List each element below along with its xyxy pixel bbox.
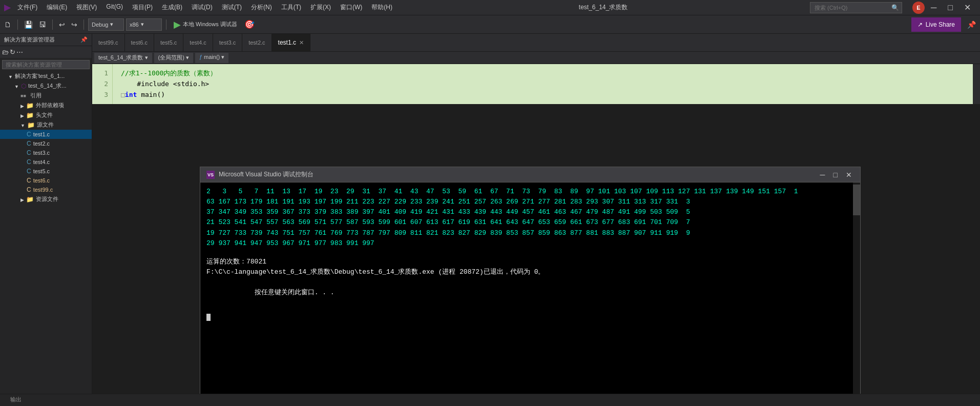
minimize-button[interactable]: ─ xyxy=(926,2,942,13)
headers-expand-icon xyxy=(20,112,24,119)
code-line-3: □int main() xyxy=(121,90,965,100)
menu-analyze[interactable]: 分析(N) xyxy=(247,2,276,13)
scope-dropdown[interactable]: (全局范围) ▾ xyxy=(154,53,193,63)
line-num-3: 3 xyxy=(100,90,108,100)
save-all-icon[interactable]: 🖫 xyxy=(37,19,48,30)
liveshare-button[interactable]: ↗ Live Share xyxy=(911,17,961,32)
user-avatar[interactable]: E xyxy=(912,2,925,14)
new-file-icon[interactable]: 🗋 xyxy=(2,19,13,30)
menu-build[interactable]: 生成(B) xyxy=(158,2,186,13)
sidebar-item-test6[interactable]: C test6.c xyxy=(0,176,92,185)
config-dropdown[interactable]: Debug ▾ xyxy=(88,18,124,31)
sources-folder-icon: 📁 xyxy=(27,121,35,129)
tab-test1-close[interactable]: ✕ xyxy=(299,39,304,46)
resources-label: 资源文件 xyxy=(36,195,58,203)
maximize-button[interactable]: □ xyxy=(943,2,958,13)
tab-test3[interactable]: test3.c xyxy=(213,34,242,51)
tab-test1[interactable]: test1.c ✕ xyxy=(272,34,310,51)
sidebar-item-headers[interactable]: 📁 头文件 xyxy=(0,110,92,120)
toolbar: 🗋 💾 🖫 ↩ ↪ Debug ▾ x86 ▾ ▶ 本地 Windows 调试器… xyxy=(0,15,980,34)
undo-icon[interactable]: ↩ xyxy=(57,19,67,30)
line-num-2: 2 xyxy=(100,79,108,90)
function-dropdown[interactable]: ƒ main() ▾ xyxy=(195,53,228,63)
test3-label: test3.c xyxy=(33,150,50,156)
sidebar-pin-icon[interactable]: 📌 xyxy=(80,36,88,43)
sidebar-item-test3[interactable]: C test3.c xyxy=(0,148,92,157)
tab-test6-label: test6.c xyxy=(131,39,148,46)
console-restore-button[interactable]: □ xyxy=(831,171,840,179)
tab-test4[interactable]: test4.c xyxy=(183,34,213,51)
debug-console-title-text: VS Microsoft Visual Studio 调试控制台 xyxy=(206,170,314,179)
test1-icon: C xyxy=(27,131,31,138)
config-chevron: ▾ xyxy=(110,21,113,28)
run-button[interactable]: ▶ 本地 Windows 调试器 xyxy=(171,18,240,31)
sidebar-item-test1[interactable]: C test1.c xyxy=(0,130,92,139)
debug-output: 2 3 5 7 11 13 17 19 23 29 31 37 41 43 47… xyxy=(200,182,860,394)
sidebar-item-project[interactable]: ⬡ test_6_14_求... xyxy=(0,81,92,91)
close-button[interactable]: ✕ xyxy=(959,2,976,13)
tab-test2[interactable]: test2.c xyxy=(242,34,272,51)
console-minimize-button[interactable]: ─ xyxy=(818,171,827,179)
sidebar-item-solution[interactable]: 解决方案'test_6_1... xyxy=(0,71,92,81)
test5-label: test5.c xyxy=(33,168,50,174)
platform-dropdown[interactable]: x86 ▾ xyxy=(126,18,162,31)
test99-label: test99.c xyxy=(33,187,53,193)
code-content[interactable]: //求1--1000内的质数（素数） #include <stdio.h> □i… xyxy=(113,64,973,104)
toolbar-separator-4 xyxy=(166,19,166,30)
sidebar-toolbar: 🗁 ↻ ⋯ xyxy=(0,46,92,58)
debug-console-title-label: Microsoft Visual Studio 调试控制台 xyxy=(219,170,314,179)
tab-test99[interactable]: test99.c xyxy=(92,34,125,51)
menu-debug[interactable]: 调试(D) xyxy=(187,2,217,13)
target-icon[interactable]: 🎯 xyxy=(242,18,257,30)
sidebar-tb-btn-2[interactable]: ↻ xyxy=(10,48,15,56)
output-line-2: 63 167 173 179 181 191 193 197 199 211 2… xyxy=(206,197,854,207)
sources-label: 源文件 xyxy=(37,121,54,129)
test6-label: test6.c xyxy=(33,177,50,184)
output-tab[interactable]: 输出 xyxy=(4,394,28,406)
sidebar-item-test99[interactable]: C test99.c xyxy=(0,185,92,194)
sidebar-tb-btn-3[interactable]: ⋯ xyxy=(16,48,23,56)
console-close-button[interactable]: ✕ xyxy=(844,171,854,179)
menu-view[interactable]: 视图(V) xyxy=(72,2,101,13)
search-input[interactable] xyxy=(810,2,902,13)
sidebar-tb-btn-1[interactable]: 🗁 xyxy=(2,48,9,56)
menu-edit[interactable]: 编辑(E) xyxy=(43,2,71,13)
sidebar-search-input[interactable] xyxy=(2,60,90,69)
breadcrumb-dropdown[interactable]: test_6_14_求质数 ▾ xyxy=(94,53,152,63)
sidebar-item-test2[interactable]: C test2.c xyxy=(0,139,92,148)
sidebar-item-test5[interactable]: C test5.c xyxy=(0,167,92,176)
console-scrollbar-thumb[interactable] xyxy=(853,185,860,215)
menu-test[interactable]: 测试(T) xyxy=(218,2,246,13)
sidebar-item-sources[interactable]: 📁 源文件 xyxy=(0,120,92,130)
sidebar-item-resources[interactable]: 📁 资源文件 xyxy=(0,194,92,204)
console-scrollbar[interactable] xyxy=(853,182,860,394)
editor-scrollbar[interactable] xyxy=(973,64,980,104)
menu-project[interactable]: 项目(P) xyxy=(128,2,157,13)
save-icon[interactable]: 💾 xyxy=(22,19,35,30)
liveshare-label: Live Share xyxy=(926,21,955,28)
redo-icon[interactable]: ↪ xyxy=(69,19,79,30)
title-bar: ▶ 文件(F) 编辑(E) 视图(V) Git(G) 项目(P) 生成(B) 调… xyxy=(0,0,980,15)
sidebar-item-references[interactable]: ■■ 引用 xyxy=(0,91,92,100)
menu-help[interactable]: 帮助(H) xyxy=(367,2,397,13)
tab-test3-label: test3.c xyxy=(219,39,236,46)
pin-icon[interactable]: 📌 xyxy=(965,19,978,30)
output-line-4: 21 523 541 547 557 563 569 571 577 587 5… xyxy=(206,217,854,228)
menu-tools[interactable]: 工具(T) xyxy=(277,2,305,13)
code-editor[interactable]: 1 2 3 //求1--1000内的质数（素数） #include <stdio… xyxy=(92,64,980,104)
sidebar-search xyxy=(0,58,92,71)
run-icon: ▶ xyxy=(174,19,181,30)
breadcrumb-chevron: ▾ xyxy=(145,54,148,60)
menu-extensions[interactable]: 扩展(X) xyxy=(306,2,335,13)
tab-test5[interactable]: test5.c xyxy=(154,34,183,51)
sidebar-item-external[interactable]: 📁 外部依赖项 xyxy=(0,100,92,110)
output-exit: F:\C\c-language\test_6_14_求质数\Debug\test… xyxy=(206,267,854,277)
sidebar-item-test4[interactable]: C test4.c xyxy=(0,157,92,167)
menu-file[interactable]: 文件(F) xyxy=(13,2,41,13)
test2-label: test2.c xyxy=(33,140,50,147)
output-line-3: 37 347 349 353 359 367 373 379 383 389 3… xyxy=(206,207,854,217)
title-bar-right: 🔍 E ─ □ ✕ xyxy=(810,2,976,14)
menu-window[interactable]: 窗口(W) xyxy=(336,2,366,13)
menu-git[interactable]: Git(G) xyxy=(102,2,127,13)
tab-test6[interactable]: test6.c xyxy=(125,34,154,51)
